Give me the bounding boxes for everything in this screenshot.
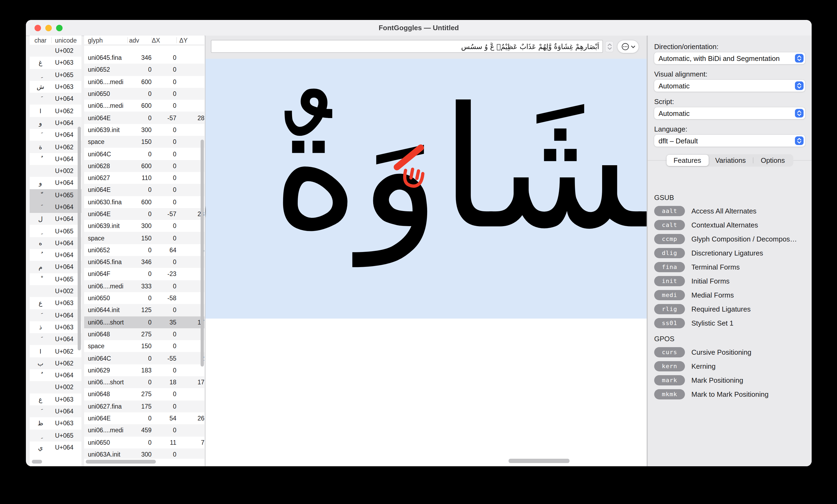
highlighted-shadda-fatha-mark[interactable] [393,143,425,192]
feature-tag-badge[interactable]: dlig [654,248,685,258]
text-history-stepper[interactable] [605,41,614,52]
feature-row-medi[interactable]: medi Medial Forms [654,290,805,300]
char-table-row[interactable]: م U+064 [30,261,82,273]
tab-options[interactable]: Options [753,155,793,166]
glyph-table-row[interactable]: uni064E 0 0 [84,184,204,196]
char-table-row[interactable]: ب U+062 [30,357,82,369]
glyph-table-row[interactable]: uni0645.fina 346 0 [84,52,204,64]
glyph-horizontal-scrollbar[interactable] [86,460,156,464]
char-table-row[interactable]: U+002 [30,381,82,394]
glyph-table-row[interactable]: uni064E 0 -57 28 [84,112,204,124]
feature-tag-badge[interactable]: ccmp [654,234,685,244]
char-table-row[interactable]: ّ U+065 [30,189,82,201]
char-table-row[interactable]: و U+064 [30,177,82,189]
char-table-row[interactable]: و U+064 [30,117,82,129]
glyph-table-row[interactable]: uni0645.fina 346 0 [84,256,204,268]
dropdown-select[interactable]: dflt – Default [654,135,805,147]
glyph-table-row[interactable]: uni0629 183 0 [84,364,204,376]
char-table-row[interactable]: ا U+062 [30,105,82,117]
glyph-table-row[interactable]: uni06....short 0 18 17 [84,376,204,389]
feature-row-rlig[interactable]: rlig Required Ligatures [654,304,805,314]
char-table-row[interactable]: َ U+064 [30,309,82,321]
glyph-table-row[interactable]: uni0652 0 64 4 [84,244,204,256]
glyph-table-row[interactable]: uni06....medi 600 0 [84,100,204,112]
feature-tag-badge[interactable]: fina [654,262,685,272]
feature-tag-badge[interactable]: init [654,276,685,286]
glyph-table-row[interactable]: uni064F 0 -23 [84,268,204,280]
tab-features[interactable]: Features [666,155,708,166]
char-table-row[interactable]: ِ U+065 [30,69,82,81]
feature-tag-badge[interactable]: aalt [654,206,685,216]
char-table-row[interactable]: U+002 [30,285,82,297]
feature-tag-badge[interactable]: rlig [654,304,685,314]
glyph-table-row[interactable]: uni0630.fina 600 0 [84,196,204,208]
feature-tag-badge[interactable]: medi [654,290,685,300]
feature-row-mark[interactable]: mark Mark Positioning [654,375,805,385]
char-table-row[interactable]: َ U+064 [30,201,82,213]
feature-row-mkmk[interactable]: mkmk Mark to Mark Positioning [654,389,805,399]
char-horizontal-scrollbar[interactable] [32,460,42,464]
dropdown-select[interactable]: Automatic, with BiDi and Segmentation [654,52,805,64]
char-table-row[interactable]: ة U+062 [30,141,82,153]
text-options-menu-button[interactable] [617,40,639,53]
tab-variations[interactable]: Variations [708,155,753,166]
char-table-row[interactable]: ش U+063 [30,81,82,93]
char-table-row[interactable]: ي U+064 [30,442,82,454]
feature-row-fina[interactable]: fina Terminal Forms [654,262,805,272]
char-table-row[interactable]: ع U+063 [30,297,82,309]
glyph-table-row[interactable]: space 150 0 [84,340,204,352]
adv-column-header[interactable]: adv [126,37,147,43]
glyph-table-row[interactable]: uni0627 110 0 [84,172,204,184]
char-table-row[interactable]: ع U+063 [30,393,82,406]
feature-row-init[interactable]: init Initial Forms [654,276,805,286]
dropdown-select[interactable]: Automatic [654,80,805,92]
feature-row-dlig[interactable]: dlig Discretionary Ligatures [654,248,805,258]
sample-text-input[interactable] [211,40,603,53]
glyph-table-row[interactable]: uni064E 0 -57 28 [84,208,204,220]
char-column-header[interactable]: char [30,37,51,43]
glyph-table-row[interactable]: uni06....short 0 35 17 [84,316,204,328]
feature-tag-badge[interactable]: curs [654,347,685,357]
glyph-table-row[interactable]: uni0644.init 125 0 [84,304,204,316]
char-table-row[interactable]: U+002 [30,45,82,57]
feature-row-aalt[interactable]: aalt Access All Alternates [654,206,805,216]
glyph-table-row[interactable]: uni0648 275 0 [84,328,204,340]
glyph-table-row[interactable]: uni064E 0 54 26 [84,412,204,425]
glyph-table-row[interactable]: uni06....medi 333 0 [84,280,204,292]
char-table-row[interactable]: ل U+064 [30,213,82,225]
glyph-table-row[interactable]: uni0628 600 0 [84,160,204,172]
glyph-table-row[interactable]: uni06....medi 600 0 [84,76,204,88]
feature-row-curs[interactable]: curs Cursive Positioning [654,347,805,357]
char-table-row[interactable]: َ U+064 [30,333,82,345]
feature-tag-badge[interactable]: kern [654,361,685,372]
char-table-row[interactable]: ْ U+065 [30,273,82,285]
glyph-preview-canvas[interactable]: غِشَاوَةٌ وَلِهُمْ عَذ [206,59,647,319]
glyph-table-row[interactable]: uni064C 0 -55 2 [84,352,204,364]
char-table-row[interactable]: ِ U+065 [30,429,82,442]
char-table-row[interactable]: ِ U+065 [30,225,82,237]
glyph-table-row[interactable]: uni0639.init 300 0 [84,220,204,232]
char-table-row[interactable]: ذ U+063 [30,321,82,334]
char-table-row[interactable]: َ U+064 [30,406,82,417]
char-table-row[interactable]: َ U+064 [30,93,82,105]
char-table-row[interactable]: ُ U+064 [30,249,82,261]
char-table-row[interactable]: ا U+062 [30,345,82,357]
glyph-column-header[interactable]: glyph [84,37,126,43]
glyph-table-row[interactable]: space 150 0 [84,232,204,244]
char-table-row[interactable]: َ U+064 [30,129,82,141]
feature-row-kern[interactable]: kern Kerning [654,361,805,372]
char-table-row[interactable]: ٌ U+064 [30,369,82,381]
feature-row-ccmp[interactable]: ccmp Glyph Composition / Decompos… [654,234,805,244]
dropdown-select[interactable]: Automatic [654,107,805,119]
glyph-table-row[interactable]: uni063A.init 300 0 [84,449,204,459]
feature-tag-badge[interactable]: mkmk [654,389,685,399]
char-table-row[interactable]: ه U+064 [30,237,82,249]
glyph-table-row[interactable]: space 150 0 [84,136,204,148]
feature-row-ss01[interactable]: ss01 Stylistic Set 1 [654,318,805,328]
glyph-table-row[interactable]: uni0648 275 0 [84,389,204,400]
unicode-column-header[interactable]: unicode [51,37,77,43]
glyph-table-row[interactable]: uni0650 0 0 [84,88,204,100]
feature-tag-badge[interactable]: mark [654,375,685,385]
feature-row-calt[interactable]: calt Contextual Alternates [654,220,805,230]
feature-tag-badge[interactable]: calt [654,220,685,230]
